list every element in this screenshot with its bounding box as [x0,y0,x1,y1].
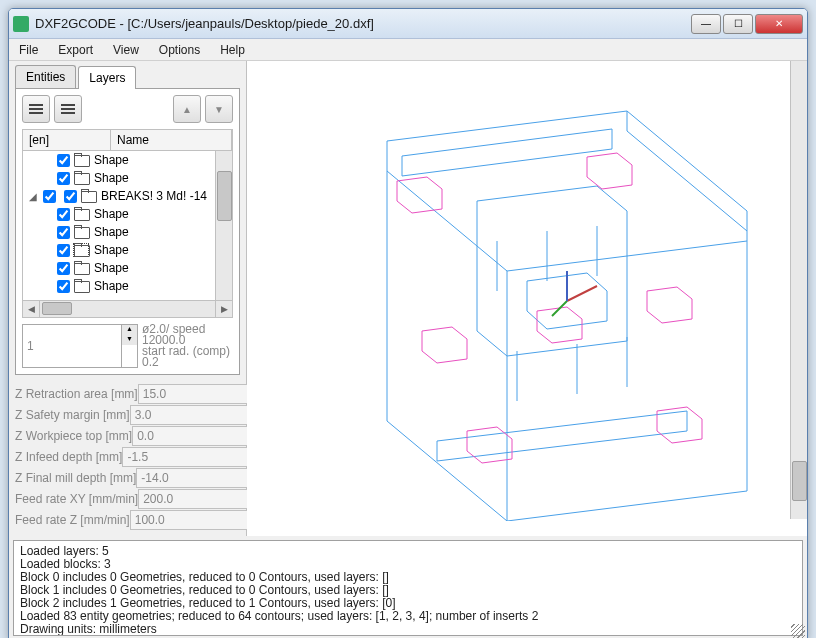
tree-row[interactable]: ◢BREAKS! 3 Md! -14 [23,187,232,205]
spinner-buttons[interactable]: ▲▼ [122,324,138,368]
tree-row[interactable]: Shape [23,223,232,241]
folder-icon [81,190,95,202]
row-checkbox[interactable] [57,154,70,167]
param-row: Z Final mill depth [mm] [15,467,240,488]
param-label: Z Workpiece top [mm] [15,429,132,443]
viewport-3d[interactable] [247,61,807,536]
row-checkbox[interactable] [57,280,70,293]
tree-hscrollbar[interactable]: ◀ ▶ [22,301,233,318]
left-panel: Entities Layers [en] Name ShapeShape◢BRE… [9,61,247,536]
folder-icon [74,172,88,184]
close-button[interactable]: ✕ [755,14,803,34]
tree-row[interactable]: Shape [23,151,232,169]
row-name: BREAKS! 3 Md! -14 [101,189,207,203]
drawing-canvas[interactable] [247,61,787,521]
row-name: Shape [94,243,129,257]
row-name: Shape [94,261,129,275]
menu-export[interactable]: Export [54,41,97,59]
row-checkbox[interactable] [57,262,70,275]
console-line: Loaded layers: 5 [20,545,796,558]
tab-entities[interactable]: Entities [15,65,76,88]
row-name: Shape [94,225,129,239]
menubar: File Export View Options Help [9,39,807,61]
tool-info: ø2.0/ speed 12000.0 start rad. (comp) 0.… [138,324,233,368]
param-row: Feed rate XY [mm/min] [15,488,240,509]
tree-row[interactable]: Shape [23,277,232,295]
menu-view[interactable]: View [109,41,143,59]
resize-grip-icon[interactable] [791,624,805,638]
svg-line-6 [567,286,597,301]
layers-tab-body: [en] Name ShapeShape◢BREAKS! 3 Md! -14Sh… [15,88,240,375]
param-label: Z Infeed depth [mm] [15,450,122,464]
row-name: Shape [94,207,129,221]
menu-file[interactable]: File [15,41,42,59]
param-row: Z Infeed depth [mm] [15,446,240,467]
layers-toolbar [22,95,233,123]
tree-row[interactable]: Shape [23,205,232,223]
tab-layers[interactable]: Layers [78,66,136,89]
minimize-button[interactable]: — [691,14,721,34]
row-name: Shape [94,153,129,167]
tool-number-input[interactable] [22,324,122,368]
menu-help[interactable]: Help [216,41,249,59]
row-name: Shape [94,171,129,185]
param-label: Z Final mill depth [mm] [15,471,136,485]
param-row: Z Workpiece top [mm] [15,425,240,446]
tool-spinner-row: ▲▼ ø2.0/ speed 12000.0 start rad. (comp)… [22,324,233,368]
row-checkbox[interactable] [57,226,70,239]
hscroll-left-icon[interactable]: ◀ [23,301,40,317]
tree-row[interactable]: Shape [23,241,232,259]
hscroll-right-icon[interactable]: ▶ [215,301,232,317]
folder-icon [74,244,88,256]
param-label: Z Safety margin [mm] [15,408,130,422]
viewport-vscrollbar[interactable] [790,61,807,519]
tree-vscrollbar[interactable] [215,151,232,300]
window-buttons: — ☐ ✕ [691,14,803,34]
tree-row[interactable]: Shape [23,169,232,187]
row-checkbox[interactable] [57,244,70,257]
menu-options[interactable]: Options [155,41,204,59]
folder-icon [74,154,88,166]
console-line: Drawing units: millimeters [20,623,796,636]
row-checkbox[interactable] [57,172,70,185]
content-area: Entities Layers [en] Name ShapeShape◢BRE… [9,61,807,536]
move-down-button[interactable] [205,95,233,123]
expand-button[interactable] [54,95,82,123]
col-header-en[interactable]: [en] [23,130,111,150]
collapse-button[interactable] [22,95,50,123]
row-checkbox[interactable] [57,208,70,221]
maximize-button[interactable]: ☐ [723,14,753,34]
tree-row[interactable]: Shape [23,259,232,277]
param-label: Feed rate Z [mm/min] [15,513,130,527]
col-header-name[interactable]: Name [111,130,232,150]
parameters-panel: Z Retraction area [mm]Z Safety margin [m… [15,383,240,530]
titlebar[interactable]: DXF2GCODE - [C:/Users/jeanpauls/Desktop/… [9,9,807,39]
expand-icon[interactable]: ◢ [27,191,39,202]
folder-icon [74,208,88,220]
row-checkbox[interactable] [43,190,56,203]
param-label: Z Retraction area [mm] [15,387,138,401]
folder-icon [74,280,88,292]
folder-icon [74,262,88,274]
move-up-button[interactable] [173,95,201,123]
tree-header: [en] Name [22,129,233,151]
folder-icon [74,226,88,238]
app-window: DXF2GCODE - [C:/Users/jeanpauls/Desktop/… [8,8,808,638]
tabs-row: Entities Layers [9,61,246,88]
app-icon [13,16,29,32]
console-output[interactable]: Loaded layers: 5Loaded blocks: 3Block 0 … [13,540,803,636]
tree-body: ShapeShape◢BREAKS! 3 Md! -14ShapeShapeSh… [22,151,233,301]
window-title: DXF2GCODE - [C:/Users/jeanpauls/Desktop/… [35,16,691,31]
row-name: Shape [94,279,129,293]
param-row: Z Safety margin [mm] [15,404,240,425]
param-row: Feed rate Z [mm/min] [15,509,240,530]
axis-gizmo [552,271,597,316]
param-label: Feed rate XY [mm/min] [15,492,138,506]
row-checkbox-2[interactable] [64,190,77,203]
param-row: Z Retraction area [mm] [15,383,240,404]
